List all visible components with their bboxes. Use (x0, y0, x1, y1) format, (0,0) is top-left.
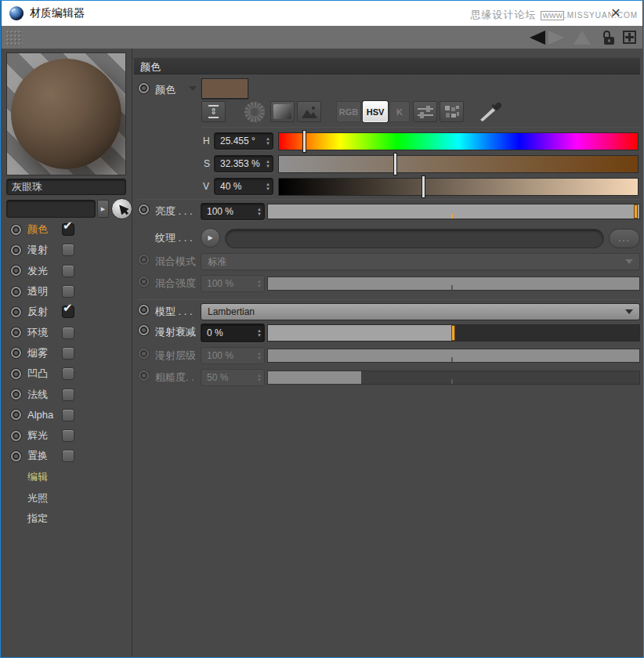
channel-checkbox[interactable] (63, 430, 74, 441)
page-item-editor[interactable]: 编辑 (2, 467, 132, 488)
channel-radio[interactable] (11, 348, 21, 358)
channel-radio[interactable] (11, 287, 21, 297)
page-item-illumination[interactable]: 光照 (2, 488, 132, 509)
channel-radio[interactable] (11, 327, 21, 338)
color-collapse-caret-icon[interactable] (189, 86, 197, 91)
channel-checkbox[interactable] (63, 286, 74, 297)
channel-row-environment[interactable]: 环境 (2, 322, 132, 342)
node-editor-button[interactable] (111, 198, 132, 219)
spectrum-picker-button[interactable] (270, 101, 295, 122)
title-bar[interactable]: 材质编辑器 思缘设计论坛WWW.MISSYUAN.COM ✕ (2, 1, 642, 26)
channel-row-color[interactable]: 颜色 ✔ (2, 219, 132, 240)
rgb-mode-button[interactable]: RGB (336, 101, 361, 122)
channel-radio[interactable] (11, 225, 21, 235)
material-preview[interactable] (6, 52, 126, 175)
roughness-slider[interactable] (267, 371, 640, 385)
brightness-slider-handle[interactable] (634, 204, 638, 219)
hue-value-input[interactable]: 25.455 ° (214, 132, 273, 150)
diffuse-falloff-stepper[interactable] (257, 329, 264, 338)
model-radio[interactable] (139, 305, 149, 315)
channel-radio[interactable] (11, 451, 21, 461)
channel-row-glow[interactable]: 辉光 (2, 425, 132, 446)
channel-row-bump[interactable]: 凹凸 (2, 363, 132, 384)
channel-row-luminance[interactable]: 发光 (2, 261, 132, 281)
mix-mode-radio[interactable] (139, 255, 149, 265)
roughness-value-input[interactable]: 50 % (201, 369, 265, 386)
channel-row-reflectance[interactable]: 反射 ✔ (2, 302, 132, 322)
channel-row-normal[interactable]: 法线 (2, 384, 132, 404)
color-swatch[interactable] (201, 78, 248, 99)
diffuse-level-stepper[interactable] (257, 352, 264, 360)
compact-picker-button[interactable]: ⇕ (201, 101, 226, 122)
diffuse-level-radio[interactable] (139, 349, 149, 359)
roughness-stepper[interactable] (257, 374, 264, 382)
mixer-mode-button[interactable] (413, 101, 437, 122)
value-value-input[interactable]: 40 % (214, 178, 273, 195)
swatches-mode-button[interactable] (440, 101, 464, 122)
nav-back-icon[interactable] (530, 31, 545, 45)
texture-field[interactable] (225, 229, 604, 248)
value-slider-handle[interactable] (421, 175, 425, 198)
preview-shader-field[interactable] (6, 200, 96, 218)
channel-row-diffusion[interactable]: 漫射 (2, 240, 132, 260)
channel-radio[interactable] (11, 245, 21, 255)
preview-shader-expand-button[interactable]: ▶ (97, 200, 109, 218)
channel-checkbox[interactable] (63, 327, 74, 338)
brightness-value-input[interactable]: 100 % (201, 203, 265, 220)
roughness-radio[interactable] (139, 371, 149, 381)
hsv-mode-button[interactable]: HSV (363, 101, 388, 122)
diffuse-falloff-radio[interactable] (139, 325, 149, 335)
channel-checkbox[interactable] (63, 368, 74, 379)
toolbar-grip-handle[interactable] (5, 30, 23, 45)
mix-strength-slider[interactable] (267, 277, 640, 291)
lock-icon[interactable] (603, 31, 615, 45)
channel-radio[interactable] (11, 266, 21, 276)
channel-row-alpha[interactable]: Alpha (2, 405, 132, 425)
diffuse-falloff-slider-handle[interactable] (451, 325, 455, 341)
channel-checkbox[interactable]: ✔ (63, 224, 74, 235)
diffuse-falloff-value-input[interactable]: 0 % (201, 324, 265, 342)
channel-radio[interactable] (11, 410, 21, 420)
diffuse-level-value-input[interactable]: 100 % (201, 347, 265, 364)
mix-strength-radio[interactable] (139, 277, 149, 287)
texture-expand-button[interactable]: ▶ (201, 228, 220, 248)
value-stepper[interactable] (266, 183, 273, 191)
hue-slider-handle[interactable] (302, 130, 306, 153)
compare-material-icon[interactable] (573, 31, 591, 45)
channel-radio[interactable] (11, 307, 21, 317)
mix-strength-stepper[interactable] (257, 280, 264, 288)
kelvin-mode-button[interactable]: K (389, 101, 410, 122)
brightness-slider[interactable] (267, 204, 640, 219)
channel-row-fog[interactable]: 烟雾 (2, 343, 132, 363)
channel-radio[interactable] (11, 369, 21, 379)
saturation-stepper[interactable] (266, 160, 273, 168)
saturation-value-input[interactable]: 32.353 % (214, 155, 273, 172)
texture-browse-button[interactable]: ... (609, 229, 640, 248)
page-item-assign[interactable]: 指定 (2, 508, 132, 530)
channel-row-transparency[interactable]: 透明 (2, 281, 132, 302)
channel-checkbox[interactable]: ✔ (63, 306, 74, 317)
nav-forward-icon[interactable] (548, 31, 564, 45)
color-wheel-button[interactable] (244, 102, 265, 122)
hue-slider[interactable] (278, 132, 639, 150)
channel-checkbox[interactable] (63, 266, 74, 277)
channel-checkbox[interactable] (63, 389, 74, 400)
channel-checkbox[interactable] (63, 450, 74, 461)
channel-radio[interactable] (11, 431, 21, 441)
eyedropper-button[interactable] (474, 101, 508, 122)
hue-stepper[interactable] (266, 137, 273, 146)
brightness-radio[interactable] (139, 204, 149, 215)
new-material-icon[interactable] (623, 31, 636, 44)
value-slider[interactable] (278, 178, 639, 196)
mix-strength-value-input[interactable]: 100 % (201, 275, 265, 292)
saturation-slider[interactable] (278, 155, 639, 173)
close-button[interactable]: ✕ (608, 5, 624, 21)
mix-mode-dropdown[interactable]: 标准 (201, 253, 640, 270)
saturation-slider-handle[interactable] (393, 153, 397, 175)
channel-row-displacement[interactable]: 置换 (2, 446, 132, 466)
channel-checkbox[interactable] (63, 348, 74, 359)
channel-radio[interactable] (11, 389, 21, 400)
model-dropdown[interactable]: Lambertian (201, 303, 640, 320)
channel-checkbox[interactable] (63, 244, 74, 255)
image-picker-button[interactable] (297, 101, 321, 122)
